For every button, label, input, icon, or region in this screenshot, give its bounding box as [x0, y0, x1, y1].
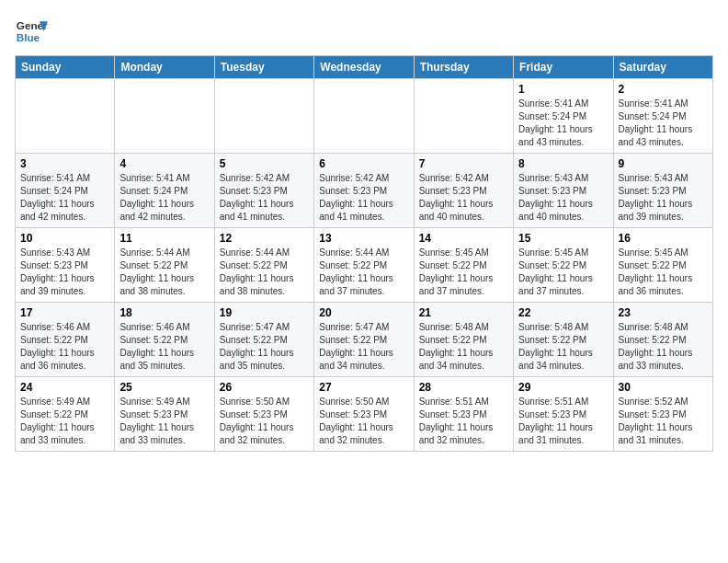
- day-number: 29: [518, 381, 608, 394]
- calendar-cell: [115, 79, 214, 154]
- day-info: Sunrise: 5:47 AM Sunset: 5:22 PM Dayligh…: [319, 321, 408, 373]
- day-number: 24: [20, 381, 109, 394]
- day-info: Sunrise: 5:44 AM Sunset: 5:22 PM Dayligh…: [119, 247, 209, 298]
- day-number: 2: [619, 83, 708, 96]
- day-info: Sunrise: 5:48 AM Sunset: 5:22 PM Dayligh…: [518, 321, 608, 373]
- day-info: Sunrise: 5:42 AM Sunset: 5:23 PM Dayligh…: [319, 172, 408, 224]
- calendar-cell: 15Sunrise: 5:45 AM Sunset: 5:22 PM Dayli…: [514, 228, 613, 303]
- day-info: Sunrise: 5:50 AM Sunset: 5:23 PM Dayligh…: [220, 396, 309, 447]
- day-info: Sunrise: 5:41 AM Sunset: 5:24 PM Dayligh…: [20, 172, 109, 224]
- day-number: 7: [419, 157, 508, 170]
- calendar-cell: 27Sunrise: 5:50 AM Sunset: 5:23 PM Dayli…: [314, 377, 414, 452]
- day-info: Sunrise: 5:51 AM Sunset: 5:23 PM Dayligh…: [518, 396, 608, 447]
- calendar-cell: 19Sunrise: 5:47 AM Sunset: 5:22 PM Dayli…: [214, 303, 313, 377]
- calendar-cell: 28Sunrise: 5:51 AM Sunset: 5:23 PM Dayli…: [414, 377, 513, 452]
- calendar-cell: 20Sunrise: 5:47 AM Sunset: 5:22 PM Dayli…: [314, 303, 414, 377]
- calendar-cell: 2Sunrise: 5:41 AM Sunset: 5:24 PM Daylig…: [613, 79, 712, 154]
- day-number: 20: [319, 306, 408, 319]
- day-info: Sunrise: 5:46 AM Sunset: 5:22 PM Dayligh…: [20, 321, 109, 373]
- day-info: Sunrise: 5:48 AM Sunset: 5:22 PM Dayligh…: [619, 321, 708, 373]
- day-number: 30: [619, 381, 708, 394]
- day-number: 8: [518, 157, 608, 170]
- day-number: 22: [518, 306, 608, 319]
- calendar-week-row: 10Sunrise: 5:43 AM Sunset: 5:23 PM Dayli…: [16, 228, 713, 303]
- day-number: 28: [419, 381, 508, 394]
- day-info: Sunrise: 5:49 AM Sunset: 5:22 PM Dayligh…: [20, 396, 109, 447]
- calendar-cell: 10Sunrise: 5:43 AM Sunset: 5:23 PM Dayli…: [16, 228, 115, 303]
- page-header: General Blue: [15, 15, 713, 48]
- day-number: 9: [619, 157, 708, 170]
- calendar-cell: 23Sunrise: 5:48 AM Sunset: 5:22 PM Dayli…: [613, 303, 712, 377]
- day-number: 19: [220, 306, 309, 319]
- weekday-header: Tuesday: [214, 56, 313, 79]
- calendar-cell: 22Sunrise: 5:48 AM Sunset: 5:22 PM Dayli…: [514, 303, 613, 377]
- calendar-week-row: 1Sunrise: 5:41 AM Sunset: 5:24 PM Daylig…: [16, 79, 713, 154]
- day-number: 4: [119, 157, 209, 170]
- day-number: 26: [220, 381, 309, 394]
- day-info: Sunrise: 5:50 AM Sunset: 5:23 PM Dayligh…: [319, 396, 408, 447]
- calendar-cell: 7Sunrise: 5:42 AM Sunset: 5:23 PM Daylig…: [414, 154, 513, 228]
- calendar-cell: 8Sunrise: 5:43 AM Sunset: 5:23 PM Daylig…: [514, 154, 613, 228]
- calendar-cell: 30Sunrise: 5:52 AM Sunset: 5:23 PM Dayli…: [613, 377, 712, 452]
- calendar-cell: 17Sunrise: 5:46 AM Sunset: 5:22 PM Dayli…: [16, 303, 115, 377]
- calendar-header-row: SundayMondayTuesdayWednesdayThursdayFrid…: [16, 56, 713, 79]
- calendar-cell: 24Sunrise: 5:49 AM Sunset: 5:22 PM Dayli…: [16, 377, 115, 452]
- calendar-cell: 11Sunrise: 5:44 AM Sunset: 5:22 PM Dayli…: [115, 228, 214, 303]
- calendar-cell: 9Sunrise: 5:43 AM Sunset: 5:23 PM Daylig…: [613, 154, 712, 228]
- calendar-cell: 3Sunrise: 5:41 AM Sunset: 5:24 PM Daylig…: [16, 154, 115, 228]
- weekday-header: Friday: [514, 56, 613, 79]
- day-number: 5: [220, 157, 309, 170]
- calendar-cell: [314, 79, 414, 154]
- day-number: 15: [518, 232, 608, 245]
- day-number: 21: [419, 306, 508, 319]
- calendar-cell: 18Sunrise: 5:46 AM Sunset: 5:22 PM Dayli…: [115, 303, 214, 377]
- day-info: Sunrise: 5:43 AM Sunset: 5:23 PM Dayligh…: [20, 247, 109, 298]
- day-info: Sunrise: 5:48 AM Sunset: 5:22 PM Dayligh…: [419, 321, 508, 373]
- day-number: 10: [20, 232, 109, 245]
- calendar-week-row: 24Sunrise: 5:49 AM Sunset: 5:22 PM Dayli…: [16, 377, 713, 452]
- day-info: Sunrise: 5:41 AM Sunset: 5:24 PM Dayligh…: [518, 98, 608, 149]
- svg-text:Blue: Blue: [17, 31, 40, 43]
- day-info: Sunrise: 5:46 AM Sunset: 5:22 PM Dayligh…: [119, 321, 209, 373]
- day-number: 18: [119, 306, 209, 319]
- calendar-cell: 26Sunrise: 5:50 AM Sunset: 5:23 PM Dayli…: [214, 377, 313, 452]
- weekday-header: Thursday: [414, 56, 513, 79]
- calendar-cell: 13Sunrise: 5:44 AM Sunset: 5:22 PM Dayli…: [314, 228, 414, 303]
- calendar-cell: 29Sunrise: 5:51 AM Sunset: 5:23 PM Dayli…: [514, 377, 613, 452]
- day-info: Sunrise: 5:41 AM Sunset: 5:24 PM Dayligh…: [619, 98, 708, 149]
- calendar-cell: [16, 79, 115, 154]
- day-number: 6: [319, 157, 408, 170]
- calendar-week-row: 3Sunrise: 5:41 AM Sunset: 5:24 PM Daylig…: [16, 154, 713, 228]
- day-number: 1: [518, 83, 608, 96]
- day-info: Sunrise: 5:45 AM Sunset: 5:22 PM Dayligh…: [518, 247, 608, 298]
- logo-icon: General Blue: [15, 15, 48, 48]
- day-info: Sunrise: 5:44 AM Sunset: 5:22 PM Dayligh…: [220, 247, 309, 298]
- calendar-cell: 25Sunrise: 5:49 AM Sunset: 5:23 PM Dayli…: [115, 377, 214, 452]
- calendar-cell: [214, 79, 313, 154]
- day-number: 25: [119, 381, 209, 394]
- weekday-header: Monday: [115, 56, 214, 79]
- calendar-cell: 6Sunrise: 5:42 AM Sunset: 5:23 PM Daylig…: [314, 154, 414, 228]
- calendar-cell: 4Sunrise: 5:41 AM Sunset: 5:24 PM Daylig…: [115, 154, 214, 228]
- day-number: 17: [20, 306, 109, 319]
- day-info: Sunrise: 5:43 AM Sunset: 5:23 PM Dayligh…: [619, 172, 708, 224]
- day-number: 12: [220, 232, 309, 245]
- day-info: Sunrise: 5:42 AM Sunset: 5:23 PM Dayligh…: [220, 172, 309, 224]
- calendar-week-row: 17Sunrise: 5:46 AM Sunset: 5:22 PM Dayli…: [16, 303, 713, 377]
- calendar-cell: 1Sunrise: 5:41 AM Sunset: 5:24 PM Daylig…: [514, 79, 613, 154]
- calendar-cell: 16Sunrise: 5:45 AM Sunset: 5:22 PM Dayli…: [613, 228, 712, 303]
- calendar-table: SundayMondayTuesdayWednesdayThursdayFrid…: [15, 55, 713, 452]
- calendar-cell: [414, 79, 513, 154]
- day-info: Sunrise: 5:45 AM Sunset: 5:22 PM Dayligh…: [619, 247, 708, 298]
- weekday-header: Wednesday: [314, 56, 414, 79]
- day-number: 13: [319, 232, 408, 245]
- calendar-cell: 21Sunrise: 5:48 AM Sunset: 5:22 PM Dayli…: [414, 303, 513, 377]
- day-number: 11: [119, 232, 209, 245]
- day-info: Sunrise: 5:51 AM Sunset: 5:23 PM Dayligh…: [419, 396, 508, 447]
- weekday-header: Sunday: [16, 56, 115, 79]
- day-info: Sunrise: 5:49 AM Sunset: 5:23 PM Dayligh…: [119, 396, 209, 447]
- weekday-header: Saturday: [613, 56, 712, 79]
- logo: General Blue: [15, 15, 48, 48]
- day-number: 27: [319, 381, 408, 394]
- day-number: 14: [419, 232, 508, 245]
